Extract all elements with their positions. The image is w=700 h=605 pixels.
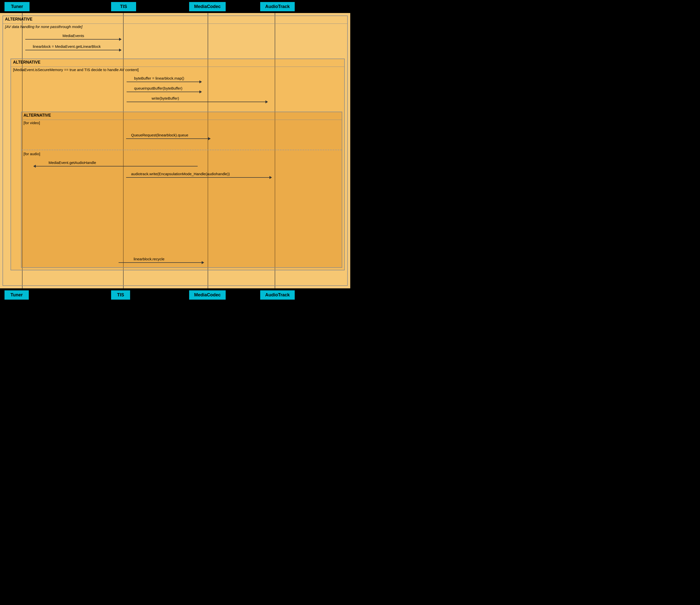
arrow-queueinputbuffer: queueInputBuffer(byteBuffer) bbox=[127, 92, 202, 92]
header-bar: Tuner TIS MediaCodec AudioTrack bbox=[0, 0, 350, 13]
inner-alt2-condition-video: [for video] bbox=[24, 121, 40, 125]
arrow-getaudiohandle: MediaEvent.getAudioHandle bbox=[33, 166, 198, 166]
inner-alt1-label: ALTERNATIVE bbox=[13, 60, 41, 64]
arrow-mediaevents-label: MediaEvents bbox=[62, 33, 84, 38]
arrow-getaudiohandle-label: MediaEvent.getAudioHandle bbox=[49, 161, 96, 165]
arrow-mediaevents-head bbox=[119, 38, 122, 41]
arrow-write-bytebuffer: write(byteBuffer) bbox=[127, 102, 268, 102]
outer-alt-condition: [AV data handling for none passthrough m… bbox=[5, 25, 82, 29]
arrow-getlinearblock-label: linearblock = MediaEvent.getLinearBlock bbox=[33, 44, 101, 49]
participant-tis-top: TIS bbox=[111, 2, 136, 11]
participant-tuner-top: Tuner bbox=[4, 2, 29, 11]
arrow-getlinearblock: linearblock = MediaEvent.getLinearBlock bbox=[25, 50, 121, 50]
arrow-queuerequest: QueueRequest(linearblock).queue bbox=[126, 139, 210, 139]
arrow-queuerequest-label: QueueRequest(linearblock).queue bbox=[131, 133, 188, 137]
arrow-audiotrack-write: audiotrack.write(EncapsulationMode_Handl… bbox=[126, 177, 272, 178]
sequence-diagram: Tuner TIS MediaCodec AudioTrack ALTERNAT… bbox=[0, 0, 350, 301]
footer-bar: Tuner TIS MediaCodec AudioTrack bbox=[0, 288, 350, 301]
inner-alt2-box: ALTERNATIVE [for video] QueueRequest(lin… bbox=[21, 112, 342, 268]
participant-mediacodec-bottom: MediaCodec bbox=[189, 290, 226, 299]
arrow-recycle: linearblock.recycle bbox=[119, 262, 204, 263]
outer-alt-box: ALTERNATIVE [AV data handling for none p… bbox=[2, 16, 348, 286]
arrow-queueinputbuffer-label: queueInputBuffer(byteBuffer) bbox=[134, 86, 182, 90]
participant-tis-bottom: TIS bbox=[111, 290, 130, 299]
arrow-write-bytebuffer-label: write(byteBuffer) bbox=[152, 96, 179, 100]
dashed-separator bbox=[22, 150, 342, 150]
inner-alt1-condition: [MediaEvent.isSecureMemory == true and T… bbox=[13, 68, 139, 72]
participant-mediacodec-top: MediaCodec bbox=[189, 2, 226, 11]
participant-audiotrack-top: AudioTrack bbox=[260, 2, 295, 11]
outer-alt-label: ALTERNATIVE bbox=[5, 17, 32, 21]
diagram-area: ALTERNATIVE [AV data handling for none p… bbox=[0, 13, 350, 288]
participant-tuner-bottom: Tuner bbox=[4, 290, 29, 299]
inner-alt2-condition-audio: [for audio] bbox=[24, 152, 40, 156]
inner-alt1-box: ALTERNATIVE [MediaEvent.isSecureMemory =… bbox=[10, 58, 345, 270]
arrow-bytebuffer-map: byteBuffer = linearblock.map() bbox=[127, 81, 202, 82]
participant-audiotrack-bottom: AudioTrack bbox=[260, 290, 295, 299]
inner-alt2-label: ALTERNATIVE bbox=[24, 113, 51, 117]
arrow-audiotrack-write-label: audiotrack.write(EncapsulationMode_Handl… bbox=[131, 172, 230, 176]
arrow-recycle-label: linearblock.recycle bbox=[133, 257, 165, 261]
arrow-mediaevents: MediaEvents bbox=[25, 39, 121, 40]
arrow-bytebuffer-map-label: byteBuffer = linearblock.map() bbox=[134, 76, 184, 80]
